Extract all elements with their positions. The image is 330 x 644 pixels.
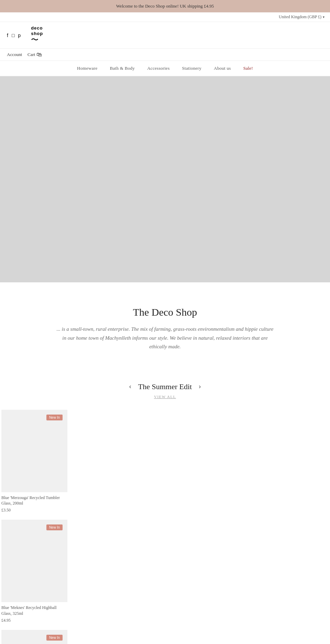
product-card[interactable]: New In — [1, 630, 67, 644]
collection-header: ‹ The Summer Edit › — [0, 375, 330, 393]
view-all-link[interactable]: VIEW ALL — [0, 393, 330, 399]
nav-stationery[interactable]: Stationery — [182, 66, 201, 71]
instagram-icon[interactable]: □ — [12, 33, 14, 38]
product-price: £3.50 — [1, 508, 67, 513]
pinterest-icon[interactable]: p — [18, 33, 21, 38]
logo[interactable]: deco shop 〜 — [31, 25, 323, 45]
about-description: ... is a small-town, rural enterprise. T… — [55, 325, 275, 351]
product-image: New In — [1, 410, 67, 492]
new-in-badge: New In — [46, 524, 63, 530]
list-item: New In Blue 'Meknes' Recycled Highball G… — [0, 516, 330, 626]
nav-about-us[interactable]: About us — [214, 66, 231, 71]
about-title: The Deco Shop — [55, 306, 275, 318]
account-label: Account — [7, 52, 22, 57]
collection-prev-button[interactable]: ‹ — [129, 383, 131, 390]
product-name: Blue 'Meknes' Recycled Highball Glass, 3… — [1, 605, 67, 617]
announcement-bar: Welcome to the Deco Shop online! UK ship… — [0, 0, 330, 12]
list-item: New In Blue 'Merzouga' Recycled Tumbler … — [0, 406, 330, 517]
collection-title: The Summer Edit — [138, 382, 192, 391]
list-item: New In — [0, 626, 330, 644]
main-nav: Homeware Bath & Body Accessories Station… — [0, 61, 330, 76]
nav-accessories[interactable]: Accessories — [147, 66, 169, 71]
cart-label: Cart — [28, 52, 35, 57]
nav-bath-body[interactable]: Bath & Body — [110, 66, 135, 71]
product-image: New In — [1, 630, 67, 644]
nav-homeware[interactable]: Homeware — [77, 66, 97, 71]
product-image: New In — [1, 520, 67, 602]
view-all-anchor[interactable]: VIEW ALL — [154, 395, 176, 399]
logo-swoosh-icon: 〜 — [31, 35, 43, 45]
product-list: New In Blue 'Merzouga' Recycled Tumbler … — [0, 406, 330, 644]
header: f □ p deco shop 〜 — [0, 22, 330, 49]
announcement-text: Welcome to the Deco Shop online! UK ship… — [116, 3, 214, 9]
currency-label: United Kingdom (GBP £) — [279, 14, 321, 20]
new-in-badge: New In — [46, 415, 63, 420]
product-price: £4.95 — [1, 618, 67, 623]
social-icons: f □ p — [7, 33, 21, 38]
product-name: Blue 'Merzouga' Recycled Tumbler Glass, … — [1, 495, 67, 507]
new-in-badge: New In — [46, 635, 63, 641]
nav-sale[interactable]: Sale! — [243, 66, 253, 71]
cart-link[interactable]: Cart 🛍 — [28, 52, 42, 58]
facebook-icon[interactable]: f — [7, 33, 8, 38]
hero-image — [0, 76, 330, 282]
about-section: The Deco Shop ... is a small-town, rural… — [0, 282, 330, 375]
logo-line1: deco — [31, 25, 43, 31]
product-card[interactable]: New In Blue 'Merzouga' Recycled Tumbler … — [1, 410, 67, 513]
collection-next-button[interactable]: › — [199, 383, 201, 390]
cart-icon: 🛍 — [36, 52, 42, 58]
account-link[interactable]: Account — [7, 52, 22, 57]
account-cart-bar: Account Cart 🛍 — [0, 49, 330, 61]
currency-bar: United Kingdom (GBP £) ▾ — [0, 12, 330, 22]
product-card[interactable]: New In Blue 'Meknes' Recycled Highball G… — [1, 520, 67, 623]
currency-dropdown-icon[interactable]: ▾ — [323, 15, 324, 19]
